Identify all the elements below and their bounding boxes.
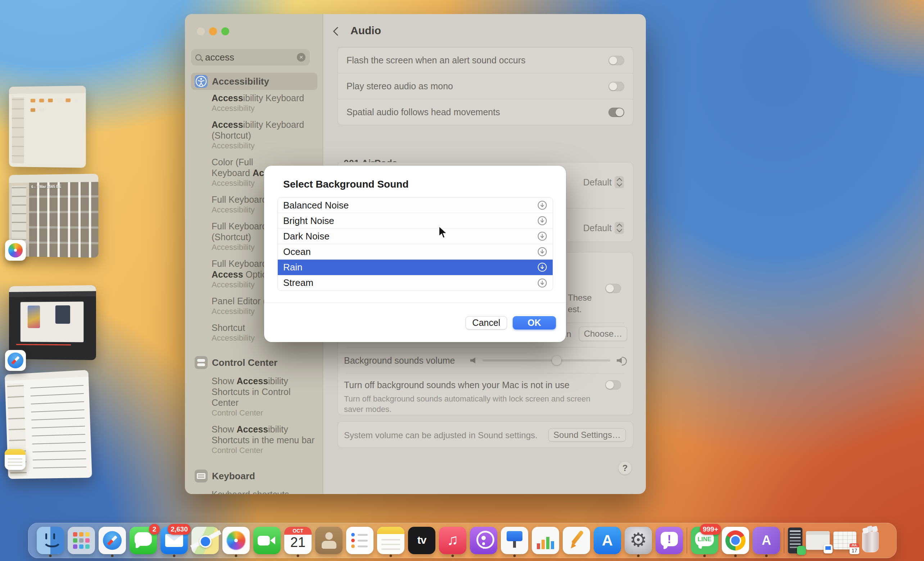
download-icon[interactable] xyxy=(537,262,547,272)
trash-icon[interactable] xyxy=(860,527,881,554)
safari-icon[interactable] xyxy=(99,527,126,554)
reminders-icon[interactable] xyxy=(346,527,374,554)
back-chevron-icon[interactable] xyxy=(331,26,342,37)
dock-item[interactable]: A xyxy=(753,523,780,558)
photos-icon[interactable] xyxy=(222,527,250,554)
contacts-icon[interactable] xyxy=(315,527,342,554)
dock-item[interactable] xyxy=(346,523,374,558)
dock-item[interactable] xyxy=(806,523,830,558)
sound-option-label: Ocean xyxy=(283,246,537,257)
minimized-line-window[interactable] xyxy=(788,528,802,553)
search-result[interactable]: Accessibility Keyboard Accessibility xyxy=(212,93,304,113)
music-icon[interactable]: ♫ xyxy=(439,527,466,554)
facetime-icon[interactable] xyxy=(253,527,280,554)
sound-option-row[interactable]: Rain xyxy=(278,260,553,275)
maps-icon[interactable] xyxy=(191,527,219,554)
search-result[interactable]: Keyboard shortcuts xyxy=(212,489,289,494)
dock-item[interactable] xyxy=(470,523,497,558)
zoom-button[interactable] xyxy=(221,27,229,35)
search-field[interactable]: access ✕ xyxy=(191,49,310,66)
sidebar-item-accessibility[interactable]: Accessibility xyxy=(191,73,317,90)
dock-separator[interactable] xyxy=(687,528,687,553)
dock-item[interactable]: OCT21 xyxy=(284,523,312,558)
dock-item[interactable] xyxy=(99,523,126,558)
toggle-switch[interactable] xyxy=(609,82,624,91)
dock-item[interactable] xyxy=(501,523,528,558)
sound-option-row[interactable]: Stream xyxy=(278,275,553,290)
dock-item[interactable] xyxy=(315,523,342,558)
download-icon[interactable] xyxy=(537,216,547,226)
minimize-button[interactable] xyxy=(209,27,217,35)
chrome-icon[interactable] xyxy=(722,527,749,554)
affinity-photo-icon[interactable]: A xyxy=(753,527,780,554)
download-icon[interactable] xyxy=(537,231,547,241)
dock-item[interactable]: 2,630 xyxy=(160,523,188,558)
sound-option-row[interactable]: Bright Noise xyxy=(278,213,553,229)
dock-item[interactable] xyxy=(788,523,802,558)
background-volume-slider[interactable] xyxy=(483,359,610,361)
toggle-switch[interactable] xyxy=(609,108,624,117)
dock-item[interactable]: JUL17 xyxy=(833,523,856,558)
sound-option-row[interactable]: Dark Noise xyxy=(278,229,553,244)
sound-option-row[interactable]: Ocean xyxy=(278,244,553,260)
minimized-keynote-window[interactable] xyxy=(806,531,830,550)
dock-item[interactable] xyxy=(191,523,219,558)
dock-item[interactable] xyxy=(532,523,559,558)
dock-item[interactable] xyxy=(37,523,64,558)
dock-item[interactable] xyxy=(563,523,590,558)
dock-separator[interactable] xyxy=(784,528,784,553)
background-sounds-toggle[interactable] xyxy=(605,284,621,293)
dock-item[interactable] xyxy=(687,523,687,558)
help-button[interactable]: ? xyxy=(618,462,632,475)
dock-item[interactable]: LINE 999+ xyxy=(691,523,718,558)
sidebar-item-keyboard[interactable]: Keyboard xyxy=(191,468,317,485)
podcasts-icon[interactable] xyxy=(470,527,497,554)
dock-item[interactable] xyxy=(860,523,881,558)
dock-item[interactable]: ⚙ xyxy=(625,523,652,558)
cancel-button[interactable]: Cancel xyxy=(466,316,507,329)
clear-search-icon[interactable]: ✕ xyxy=(297,53,306,62)
feedback-assistant-icon[interactable]: ! xyxy=(656,527,683,554)
dock-item[interactable] xyxy=(722,523,749,558)
search-result[interactable]: Show Accessibility Shortcuts in Control … xyxy=(212,376,315,418)
ok-button[interactable]: OK xyxy=(513,316,556,329)
dock-item[interactable]: 2 xyxy=(129,523,157,558)
dock-item[interactable] xyxy=(68,523,95,558)
calendar-icon[interactable]: OCT21 xyxy=(284,527,312,554)
choose-sound-button[interactable]: Choose… xyxy=(579,326,627,341)
download-icon[interactable] xyxy=(537,200,547,210)
stage-manager-safari-window[interactable] xyxy=(9,285,96,360)
search-result[interactable]: Accessibility Keyboard (Shortcut) Access… xyxy=(212,119,304,151)
notes-icon[interactable] xyxy=(377,527,404,554)
dock-item[interactable]: ! xyxy=(656,523,683,558)
dock-item[interactable] xyxy=(784,523,784,558)
stage-manager-finder-window[interactable] xyxy=(9,86,86,168)
dock-item[interactable] xyxy=(222,523,250,558)
dock-item[interactable]: A xyxy=(594,523,621,558)
audio-input-select[interactable]: Default xyxy=(583,222,624,234)
pages-icon[interactable] xyxy=(563,527,590,554)
apple-tv-icon[interactable]: tv xyxy=(408,527,435,554)
dock-item[interactable]: tv xyxy=(408,523,435,558)
dock-item[interactable] xyxy=(377,523,404,558)
keynote-icon[interactable] xyxy=(501,527,528,554)
app-store-icon[interactable]: A xyxy=(594,527,621,554)
sidebar-item-control-center[interactable]: Control Center xyxy=(191,354,317,371)
slider-knob[interactable] xyxy=(552,356,561,365)
system-settings-icon[interactable]: ⚙ xyxy=(625,527,652,554)
download-icon[interactable] xyxy=(537,278,547,288)
audio-output-select[interactable]: Default xyxy=(583,176,624,188)
sound-settings-button[interactable]: Sound Settings… xyxy=(548,429,626,441)
download-icon[interactable] xyxy=(537,247,547,257)
dock-item[interactable]: ♫ xyxy=(439,523,466,558)
toggle-switch[interactable] xyxy=(609,56,624,65)
launchpad-icon[interactable] xyxy=(68,527,95,554)
numbers-icon[interactable] xyxy=(532,527,559,554)
minimized-calendar-window[interactable]: JUL17 xyxy=(833,531,856,549)
dock-item[interactable] xyxy=(253,523,280,558)
sound-option-row[interactable]: Balanced Noise xyxy=(278,198,553,213)
search-result[interactable]: Show Accessibility Shortcuts in the menu… xyxy=(212,424,315,456)
turnoff-toggle[interactable] xyxy=(605,380,621,390)
finder-icon[interactable] xyxy=(37,527,64,554)
close-button[interactable] xyxy=(197,27,205,35)
